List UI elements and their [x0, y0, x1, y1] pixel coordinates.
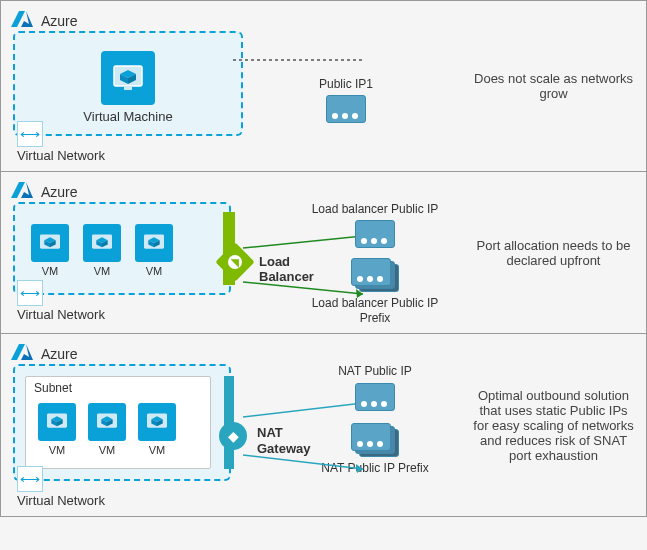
vnet-label: Virtual Network: [17, 148, 243, 163]
svg-rect-4: [124, 86, 132, 90]
arrow-to-ip: [243, 234, 373, 250]
vm-item: VM: [83, 224, 121, 277]
public-ip-prefix-icon: [351, 258, 399, 292]
vm-icon: [38, 403, 76, 441]
lb-public-ip-prefix-label: Load balancer Public IP Prefix: [301, 296, 449, 325]
vnet-label: Virtual Network: [17, 493, 231, 508]
vm-icon: [88, 403, 126, 441]
svg-line-36: [243, 455, 363, 469]
vm-label: VM: [42, 265, 59, 277]
connection-line-dashed: [233, 57, 363, 63]
public-ip-prefix-icon: [351, 423, 399, 457]
public-ip-label: Public IP1: [243, 77, 449, 91]
virtual-network-box: VM VM VM ⟷: [13, 202, 231, 295]
vm-item: VM: [38, 403, 76, 456]
scenario-description: Optimal outbound solution that uses stat…: [461, 334, 646, 516]
vm-label: VM: [146, 265, 163, 277]
azure-label: Azure: [41, 184, 449, 200]
vnet-icon: ⟷: [17, 280, 43, 306]
arrow-to-nat-ip: [243, 401, 373, 419]
azure-label: Azure: [41, 346, 449, 362]
scenario-description: Port allocation needs to be declared upf…: [461, 172, 646, 333]
azure-label: Azure: [41, 13, 449, 29]
scenario-row-load-balancer: Azure VM VM VM: [1, 172, 646, 334]
subnet-label: Subnet: [34, 381, 202, 395]
azure-logo-icon: [11, 342, 33, 366]
svg-line-34: [243, 403, 363, 417]
vm-icon: [101, 51, 155, 105]
svg-line-20: [243, 282, 363, 294]
azure-logo-icon: [11, 180, 33, 204]
vm-item: VM: [135, 224, 173, 277]
subnet-box: Subnet VM VM: [25, 376, 211, 469]
public-ip-icon: [355, 383, 395, 411]
diagram-container: Azure Virtual Machine ⟷ Virtual Network …: [0, 0, 647, 517]
azure-logo-icon: [11, 9, 33, 33]
public-ip-icon: [355, 220, 395, 248]
virtual-network-box: Virtual Machine ⟷: [13, 31, 243, 136]
vm-item: VM: [31, 224, 69, 277]
lb-public-ip-label: Load balancer Public IP: [312, 202, 439, 216]
vm-item: VM: [138, 403, 176, 456]
vm-label: VM: [99, 444, 116, 456]
vm-icon: [135, 224, 173, 262]
vnet-label: Virtual Network: [17, 307, 231, 322]
svg-line-18: [243, 236, 363, 248]
vm-icon: [31, 224, 69, 262]
vnet-icon: ⟷: [17, 121, 43, 147]
vm-label: Virtual Machine: [27, 109, 229, 124]
vm-label: VM: [94, 265, 111, 277]
public-ip-icon: [326, 95, 366, 123]
vm-label: VM: [149, 444, 166, 456]
scenario-row-vm-direct: Azure Virtual Machine ⟷ Virtual Network …: [1, 1, 646, 172]
vm-icon: [138, 403, 176, 441]
vm-item: VM: [88, 403, 126, 456]
virtual-network-box: Subnet VM VM: [13, 364, 231, 481]
scenario-description: Does not scale as networks grow: [461, 1, 646, 171]
vm-label: VM: [49, 444, 66, 456]
nat-gateway-label: NAT Gateway: [257, 425, 317, 456]
vnet-icon: ⟷: [17, 466, 43, 492]
nat-public-ip-label: NAT Public IP: [338, 364, 412, 378]
scenario-row-nat-gateway: Azure Subnet VM VM: [1, 334, 646, 516]
vm-icon: [83, 224, 121, 262]
